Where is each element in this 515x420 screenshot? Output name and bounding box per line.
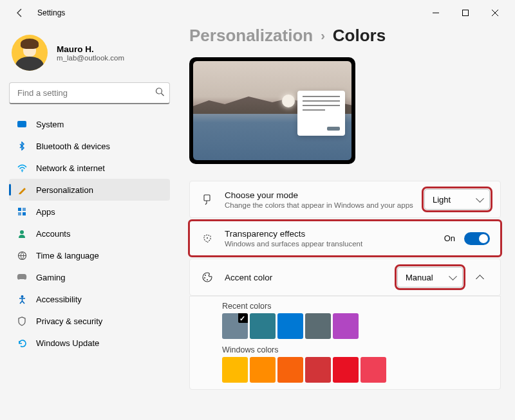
sidebar-item-network-internet[interactable]: Network & internet xyxy=(9,157,170,179)
apps-icon xyxy=(17,206,27,217)
svg-point-14 xyxy=(205,275,206,276)
recent-color-swatch[interactable] xyxy=(305,313,331,339)
svg-rect-8 xyxy=(23,212,26,215)
wifi-icon xyxy=(17,163,27,173)
sidebar-item-time-language[interactable]: Time & language xyxy=(9,244,170,266)
time-language-icon xyxy=(17,250,27,260)
windows-color-swatch[interactable] xyxy=(360,357,386,383)
svg-point-9 xyxy=(20,230,24,234)
maximize-button[interactable] xyxy=(451,3,480,23)
recent-color-swatch[interactable] xyxy=(333,313,359,339)
back-button[interactable] xyxy=(14,7,26,19)
sidebar-item-label: Bluetooth & devices xyxy=(36,142,110,151)
theme-preview xyxy=(189,57,355,164)
accounts-icon xyxy=(17,228,27,239)
svg-line-3 xyxy=(162,93,164,96)
transparency-row: Transparency effects Windows and surface… xyxy=(189,221,501,256)
sidebar-item-gaming[interactable]: Gaming xyxy=(9,266,170,288)
profile-block[interactable]: Mauro H. m_lab@outlook.com xyxy=(9,32,170,82)
windows-color-swatch[interactable] xyxy=(305,357,331,383)
chevron-right-icon: › xyxy=(321,28,325,43)
breadcrumb-parent[interactable]: Personalization xyxy=(189,26,313,46)
sidebar-item-label: Windows Update xyxy=(36,338,99,348)
sidebar-item-privacy-security[interactable]: Privacy & security xyxy=(9,310,170,332)
close-button[interactable] xyxy=(480,3,510,23)
sidebar-item-label: Time & language xyxy=(36,251,99,260)
accessibility-icon xyxy=(17,294,27,304)
windows-color-swatch[interactable] xyxy=(333,357,359,383)
svg-point-15 xyxy=(204,277,205,278)
accent-colors-panel: Recent colors Windows colors xyxy=(189,296,501,390)
mode-dropdown[interactable]: Light xyxy=(424,189,490,210)
gaming-icon xyxy=(17,272,27,282)
sidebar-item-system[interactable]: System xyxy=(9,113,170,135)
windows-colors-label: Windows colors xyxy=(222,345,490,354)
sidebar: Mauro H. m_lab@outlook.com SystemBluetoo… xyxy=(0,26,180,420)
transparency-subtitle: Windows and surfaces appear translucent xyxy=(225,240,434,248)
accent-dropdown[interactable]: Manual xyxy=(397,267,463,288)
choose-mode-row: Choose your mode Change the colors that … xyxy=(189,181,501,218)
transparency-title: Transparency effects xyxy=(225,229,434,239)
sidebar-item-accessibility[interactable]: Accessibility xyxy=(9,288,170,310)
palette-icon xyxy=(200,271,214,284)
windows-color-swatch[interactable] xyxy=(250,357,276,383)
svg-rect-12 xyxy=(204,195,210,201)
sidebar-item-label: Accounts xyxy=(36,229,70,239)
sidebar-item-bluetooth-devices[interactable]: Bluetooth & devices xyxy=(9,135,170,157)
breadcrumb-current: Colors xyxy=(333,26,386,46)
titlebar: Settings xyxy=(0,0,515,26)
profile-email: m_lab@outlook.com xyxy=(57,54,124,62)
sidebar-item-apps[interactable]: Apps xyxy=(9,201,170,223)
sidebar-item-label: Privacy & security xyxy=(36,316,102,326)
recent-color-swatch[interactable] xyxy=(250,313,276,339)
svg-point-11 xyxy=(21,295,23,298)
svg-rect-6 xyxy=(23,208,26,211)
svg-point-13 xyxy=(207,237,208,239)
mode-title: Choose your mode xyxy=(225,190,414,200)
recent-colors-label: Recent colors xyxy=(222,302,490,311)
profile-name: Mauro H. xyxy=(57,44,124,54)
main-content: Personalization › Colors Choose your mod… xyxy=(180,26,515,420)
sidebar-item-label: Apps xyxy=(36,207,55,217)
svg-point-2 xyxy=(156,88,162,94)
transparency-state-label: On xyxy=(444,233,455,243)
sidebar-item-windows-update[interactable]: Windows Update xyxy=(9,332,170,354)
svg-rect-1 xyxy=(463,10,469,16)
sidebar-item-accounts[interactable]: Accounts xyxy=(9,223,170,244)
mode-subtitle: Change the colors that appear in Windows… xyxy=(225,201,414,209)
privacy-icon xyxy=(17,316,27,326)
svg-point-16 xyxy=(207,279,208,280)
sidebar-item-label: Gaming xyxy=(36,273,66,282)
recent-color-swatch[interactable] xyxy=(222,313,248,339)
accent-color-row: Accent color Manual xyxy=(189,259,501,296)
windows-color-swatch[interactable] xyxy=(277,357,303,383)
accent-title: Accent color xyxy=(225,273,387,282)
sidebar-item-label: Network & internet xyxy=(36,163,105,173)
sidebar-item-label: Accessibility xyxy=(36,295,82,304)
chevron-up-icon xyxy=(476,275,484,283)
sidebar-item-label: System xyxy=(36,120,64,129)
transparency-toggle[interactable] xyxy=(464,232,490,245)
breadcrumb: Personalization › Colors xyxy=(189,26,501,46)
bluetooth-icon xyxy=(17,141,27,151)
avatar xyxy=(12,35,48,71)
brush-icon xyxy=(200,194,214,205)
personalization-icon xyxy=(17,185,27,195)
app-title: Settings xyxy=(37,8,65,17)
search-box xyxy=(9,82,170,104)
accent-expand-button[interactable] xyxy=(469,267,490,288)
recent-color-swatch[interactable] xyxy=(277,313,303,339)
search-input[interactable] xyxy=(9,82,170,104)
search-icon xyxy=(155,87,165,100)
minimize-button[interactable] xyxy=(421,3,451,23)
sidebar-item-personalization[interactable]: Personalization xyxy=(9,179,170,201)
sidebar-item-label: Personalization xyxy=(36,185,93,195)
transparency-icon xyxy=(200,233,214,244)
svg-rect-5 xyxy=(18,208,21,211)
system-icon xyxy=(17,119,27,129)
svg-rect-7 xyxy=(18,212,21,215)
windows-color-swatch[interactable] xyxy=(222,357,248,383)
update-icon xyxy=(17,338,27,348)
svg-point-4 xyxy=(21,170,23,172)
